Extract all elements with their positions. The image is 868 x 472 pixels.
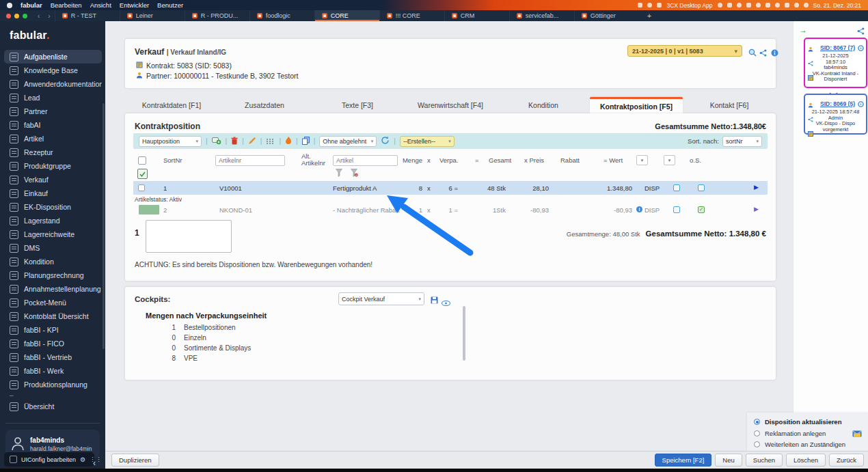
info-icon[interactable]: [771, 47, 778, 59]
expand-row-icon[interactable]: ▶: [754, 184, 759, 191]
row-checkbox[interactable]: [138, 184, 145, 191]
info-icon[interactable]: i: [636, 206, 642, 212]
menu-app[interactable]: fabular: [21, 1, 42, 9]
status-icon[interactable]: [718, 3, 722, 8]
status-icon[interactable]: [657, 3, 662, 8]
neu-button[interactable]: Neu: [715, 454, 742, 467]
tab-kontraktposition[interactable]: Kontraktposition [F5]: [590, 97, 683, 113]
status-icon[interactable]: [727, 3, 732, 8]
sidebar-item-artikel[interactable]: Artikel: [4, 132, 102, 145]
sidebar-item-dms[interactable]: DMS: [4, 241, 102, 255]
menu-entwickler[interactable]: Entwickler: [120, 1, 149, 9]
zoom-window-button[interactable]: [23, 14, 27, 18]
share-icon[interactable]: [759, 47, 767, 59]
sidebar-item-aufgabenliste[interactable]: Aufgabenliste: [4, 50, 102, 64]
search-icon[interactable]: [804, 3, 809, 8]
browser-tab[interactable]: !!! CORE: [379, 10, 444, 21]
duplizieren-button[interactable]: Duplizieren: [111, 454, 159, 467]
edit-pencil-icon[interactable]: [248, 135, 256, 148]
sidebar-item-fabai[interactable]: fabAI: [4, 118, 102, 132]
version-select[interactable]: 21-12-2025 | 0 | v1 | 5083▾: [627, 45, 742, 57]
status-icon[interactable]: [775, 3, 780, 8]
select-all-check-icon[interactable]: [137, 169, 148, 179]
minimize-window-button[interactable]: [14, 14, 19, 18]
new-tab-button[interactable]: +: [639, 10, 660, 21]
sidebar-item-rezeptur[interactable]: Rezeptur: [4, 145, 102, 159]
position-type-select[interactable]: Hauptposition▾: [139, 136, 202, 147]
sidebar-item-kontoblatt[interactable]: Kontoblatt Übersicht: [4, 309, 102, 323]
row-flag-checkbox[interactable]: [673, 184, 680, 191]
status-icon[interactable]: [737, 3, 742, 8]
sidebar-item-ek-disposition[interactable]: EK-Disposition: [4, 200, 102, 214]
radio-disposition[interactable]: Disposition aktualisieren: [754, 418, 841, 426]
position-row-1[interactable]: 1 V10001 Fertigprodukt A 8 x 6 = 48 Stk …: [133, 181, 768, 195]
row-flag-checkbox[interactable]: [673, 206, 680, 213]
position-row-2[interactable]: 2 NKOND-01 - Nachträglicher Rabatt 1 x 1…: [133, 203, 768, 217]
expand-row-icon[interactable]: ▶: [754, 206, 759, 212]
cockpit-scrollbar[interactable]: [463, 306, 465, 361]
sidebar-item-partner[interactable]: Partner: [4, 105, 102, 118]
eye-icon[interactable]: [442, 296, 450, 309]
status-icon[interactable]: [746, 3, 751, 8]
browser-tab[interactable]: R - PRODU...: [185, 10, 249, 21]
sidebar-item-produktionsplanung[interactable]: Produktionsplanung: [4, 378, 102, 391]
save-icon[interactable]: [431, 294, 438, 307]
back-icon[interactable]: ‹: [33, 10, 44, 21]
sidebar-item-produktgruppe[interactable]: Produktgruppe: [4, 159, 102, 173]
browser-tab[interactable]: Leiner: [120, 10, 185, 21]
sidebar-item-lead[interactable]: Lead: [4, 91, 102, 105]
sidebar-item-knowledge-base[interactable]: Knowledge Base: [4, 64, 102, 77]
sidebar-item-anwenderdokumentation[interactable]: Anwenderdokumentation: [4, 77, 102, 91]
menu-ansicht[interactable]: Ansicht: [90, 1, 111, 9]
radio-icon-selected[interactable]: [754, 419, 760, 425]
gear-icon[interactable]: ⚙: [80, 456, 85, 463]
notes-box[interactable]: [146, 220, 232, 253]
sidebar-item-uebersicht[interactable]: Übersicht: [4, 400, 102, 413]
sidebar-item-fabbi-vertrieb[interactable]: fabBI - Vertrieb: [4, 350, 102, 364]
tab-zusatzdaten[interactable]: Zusatzdaten: [218, 97, 311, 113]
menubar-clock[interactable]: So. 21. Dez. 20:21: [813, 2, 861, 9]
refresh-icon[interactable]: [381, 135, 390, 148]
funnel-icon[interactable]: [336, 169, 342, 178]
drag-handle-icon[interactable]: ⋮⋮: [90, 456, 102, 462]
copy-icon[interactable]: [302, 135, 310, 148]
tab-kontraktdaten[interactable]: Kontraktdaten [F1]: [125, 97, 218, 113]
status-icon[interactable]: [765, 3, 770, 8]
sidebar-scrollbar[interactable]: [103, 103, 105, 349]
pattern-icon[interactable]: [266, 135, 275, 148]
radio-reklamation[interactable]: Reklamation anlegen: [754, 430, 826, 437]
radio-icon[interactable]: [754, 441, 760, 447]
column-option-select[interactable]: ▼: [664, 155, 675, 165]
sort-select[interactable]: sortNr▾: [722, 136, 762, 147]
cockpit-select[interactable]: Cockpit Verkauf▾: [338, 292, 424, 305]
tab-kondition[interactable]: Kondition: [497, 97, 590, 113]
sidebar-item-fabbi-kpi[interactable]: fabBI - KPI: [4, 323, 102, 337]
sidebar-item-einkauf[interactable]: Einkauf: [4, 186, 102, 200]
tab-texte[interactable]: Texte [F3]: [311, 97, 404, 113]
apple-icon[interactable]: [7, 3, 12, 8]
status-icon[interactable]: [785, 3, 789, 8]
sidebar-item-verkauf[interactable]: Verkauf: [4, 173, 102, 186]
tab-warenwirtschaft[interactable]: Warenwirtschaft [F4]: [404, 97, 497, 113]
radio-icon[interactable]: [754, 430, 760, 436]
create-select[interactable]: --Erstellen--▾: [400, 136, 455, 147]
browser-tab[interactable]: servicefab...: [509, 10, 574, 21]
search-plus-icon[interactable]: [748, 47, 757, 59]
sidebar-item-annahmestellenplanung[interactable]: Annahmestellenplanung: [4, 282, 102, 296]
sidebar-item-lagerreichweite[interactable]: Lagerreichweite: [4, 227, 102, 241]
delete-icon[interactable]: [231, 135, 238, 148]
sidebar-item-pocket-menue[interactable]: Pocket-Menü: [4, 296, 102, 309]
sidebar-item-lagerstand[interactable]: Lagerstand: [4, 214, 102, 227]
row-flag-checkbox[interactable]: [698, 184, 705, 191]
tab-kontakt[interactable]: Kontakt [F6]: [683, 97, 776, 113]
forward-icon[interactable]: ›: [44, 10, 54, 21]
suchen-button[interactable]: Suchen: [746, 454, 783, 467]
mail-icon[interactable]: [852, 428, 862, 440]
select-all-checkbox[interactable]: [138, 156, 146, 165]
browser-tab-active[interactable]: CORE: [314, 10, 379, 21]
zurueck-button[interactable]: Zurück: [829, 454, 864, 467]
loeschen-button[interactable]: Löschen: [786, 454, 826, 467]
workflow-card-8067[interactable]: SID: 8067 (7) 21-12-2025 18:57:10 fab4mi…: [804, 38, 867, 88]
row-flag-checkbox-checked[interactable]: ✓: [698, 206, 705, 213]
target-icon[interactable]: [858, 42, 864, 54]
